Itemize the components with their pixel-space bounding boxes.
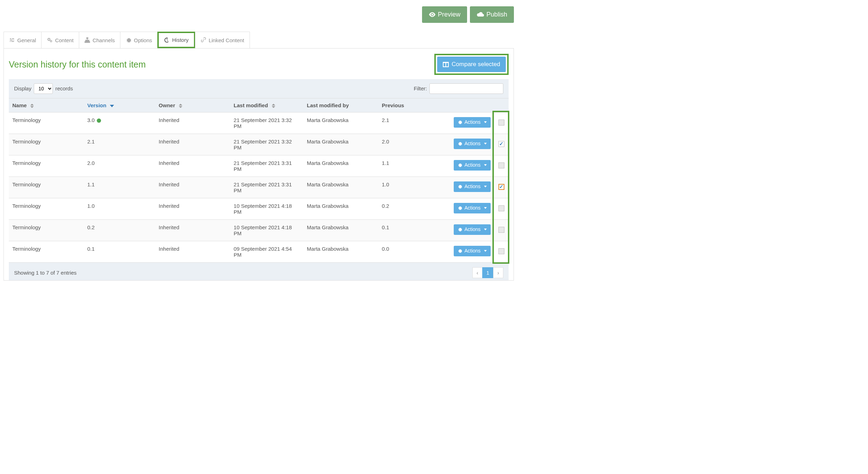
cell-last-modified: 21 September 2021 3:31 PM bbox=[230, 177, 303, 198]
version-history-table: Name Version Owner Last modified bbox=[9, 98, 509, 263]
cell-last-modified: 21 September 2021 3:32 PM bbox=[230, 134, 303, 155]
actions-button[interactable]: Actions bbox=[454, 139, 491, 149]
table-row: Terminology2.0Inherited21 September 2021… bbox=[9, 155, 509, 177]
row-select-checkbox[interactable] bbox=[498, 120, 504, 126]
cell-owner: Inherited bbox=[155, 112, 230, 134]
tab-channels[interactable]: Channels bbox=[79, 32, 120, 48]
cell-name: Terminology bbox=[9, 134, 84, 155]
cell-version: 2.1 bbox=[84, 134, 155, 155]
entries-summary: Showing 1 to 7 of 7 entries bbox=[14, 270, 77, 276]
tab-channels-label: Channels bbox=[93, 37, 115, 43]
actions-button[interactable]: Actions bbox=[454, 224, 491, 235]
cell-previous: 2.0 bbox=[378, 134, 450, 155]
cell-version: 0.2 bbox=[84, 219, 155, 241]
col-header-owner[interactable]: Owner bbox=[155, 98, 230, 112]
publish-button[interactable]: Publish bbox=[470, 6, 514, 23]
tab-content-label: Content bbox=[55, 37, 74, 43]
row-select-checkbox[interactable] bbox=[498, 184, 504, 190]
cell-last-modified-by: Marta Grabowska bbox=[303, 177, 378, 198]
col-header-checkbox bbox=[494, 98, 509, 112]
cell-checkbox bbox=[494, 112, 509, 134]
cogs-icon bbox=[126, 37, 131, 43]
row-select-checkbox[interactable] bbox=[498, 141, 504, 147]
gear-icon bbox=[458, 163, 462, 167]
col-header-last-modified-by[interactable]: Last modified by bbox=[303, 98, 378, 112]
cell-previous: 2.1 bbox=[378, 112, 450, 134]
actions-button[interactable]: Actions bbox=[454, 160, 491, 171]
cell-last-modified: 10 September 2021 4:18 PM bbox=[230, 219, 303, 241]
cell-last-modified-by: Marta Grabowska bbox=[303, 134, 378, 155]
display-label: Display bbox=[14, 85, 31, 91]
tab-general[interactable]: General bbox=[4, 32, 42, 48]
display-select[interactable]: 10 bbox=[34, 83, 53, 94]
cell-name: Terminology bbox=[9, 198, 84, 219]
gears-icon bbox=[47, 37, 52, 43]
compare-selected-button[interactable]: Compare selected bbox=[437, 57, 506, 72]
table-row: Terminology2.1Inherited21 September 2021… bbox=[9, 134, 509, 155]
sitemap-icon bbox=[84, 37, 90, 43]
page-prev-button[interactable]: ‹ bbox=[472, 267, 483, 278]
col-header-name[interactable]: Name bbox=[9, 98, 84, 112]
tab-linked-content[interactable]: Linked Content bbox=[195, 32, 250, 48]
cell-name: Terminology bbox=[9, 177, 84, 198]
row-select-checkbox[interactable] bbox=[498, 205, 504, 211]
tab-content[interactable]: Content bbox=[41, 32, 79, 48]
cloud-icon bbox=[477, 12, 484, 18]
cell-version: 2.0 bbox=[84, 155, 155, 177]
cell-actions: Actions bbox=[450, 198, 495, 219]
cell-name: Terminology bbox=[9, 155, 84, 177]
cell-last-modified: 10 September 2021 4:18 PM bbox=[230, 198, 303, 219]
actions-button[interactable]: Actions bbox=[454, 246, 491, 256]
cell-last-modified-by: Marta Grabowska bbox=[303, 155, 378, 177]
table-row: Terminology3.0Inherited21 September 2021… bbox=[9, 112, 509, 134]
actions-button[interactable]: Actions bbox=[454, 117, 491, 128]
actions-button[interactable]: Actions bbox=[454, 203, 491, 213]
cell-checkbox bbox=[494, 155, 509, 177]
cell-version: 1.1 bbox=[84, 177, 155, 198]
page-1-button[interactable]: 1 bbox=[482, 267, 493, 278]
cell-owner: Inherited bbox=[155, 219, 230, 241]
row-select-checkbox[interactable] bbox=[498, 248, 504, 254]
tab-history[interactable]: History bbox=[157, 32, 195, 48]
compare-label: Compare selected bbox=[452, 60, 500, 69]
cell-actions: Actions bbox=[450, 177, 495, 198]
publish-label: Publish bbox=[486, 10, 507, 19]
current-version-indicator bbox=[97, 118, 101, 123]
col-header-last-modified[interactable]: Last modified bbox=[230, 98, 303, 112]
tab-options[interactable]: Options bbox=[120, 32, 158, 48]
sort-icon bbox=[272, 104, 275, 108]
cell-previous: 0.2 bbox=[378, 198, 450, 219]
cell-name: Terminology bbox=[9, 219, 84, 241]
cell-checkbox bbox=[494, 241, 509, 262]
cell-checkbox bbox=[494, 177, 509, 198]
col-header-previous[interactable]: Previous bbox=[378, 98, 450, 112]
link-icon bbox=[201, 37, 206, 43]
cell-owner: Inherited bbox=[155, 134, 230, 155]
filter-input[interactable] bbox=[429, 83, 503, 94]
tab-linked-label: Linked Content bbox=[209, 37, 244, 43]
cell-previous: 1.0 bbox=[378, 177, 450, 198]
tab-general-label: General bbox=[17, 37, 36, 43]
cell-previous: 0.0 bbox=[378, 241, 450, 262]
caret-down-icon bbox=[484, 164, 487, 166]
caret-down-icon bbox=[484, 143, 487, 145]
caret-down-icon bbox=[484, 229, 487, 230]
page-next-button[interactable]: › bbox=[493, 267, 503, 278]
col-header-actions bbox=[450, 98, 495, 112]
filter-label: Filter: bbox=[414, 85, 427, 91]
row-select-checkbox[interactable] bbox=[498, 162, 504, 168]
cell-last-modified: 09 September 2021 4:54 PM bbox=[230, 241, 303, 262]
actions-button[interactable]: Actions bbox=[454, 181, 491, 192]
pagination: ‹ 1 › bbox=[473, 267, 503, 278]
col-header-version[interactable]: Version bbox=[84, 98, 155, 112]
table-row: Terminology0.2Inherited10 September 2021… bbox=[9, 219, 509, 241]
preview-button[interactable]: Preview bbox=[422, 6, 467, 23]
caret-down-icon bbox=[484, 207, 487, 209]
gear-icon bbox=[458, 120, 462, 124]
eye-icon bbox=[429, 12, 436, 18]
cell-version: 3.0 bbox=[84, 112, 155, 134]
cell-last-modified-by: Marta Grabowska bbox=[303, 112, 378, 134]
gear-icon bbox=[458, 141, 462, 146]
cell-actions: Actions bbox=[450, 219, 495, 241]
row-select-checkbox[interactable] bbox=[498, 227, 504, 233]
